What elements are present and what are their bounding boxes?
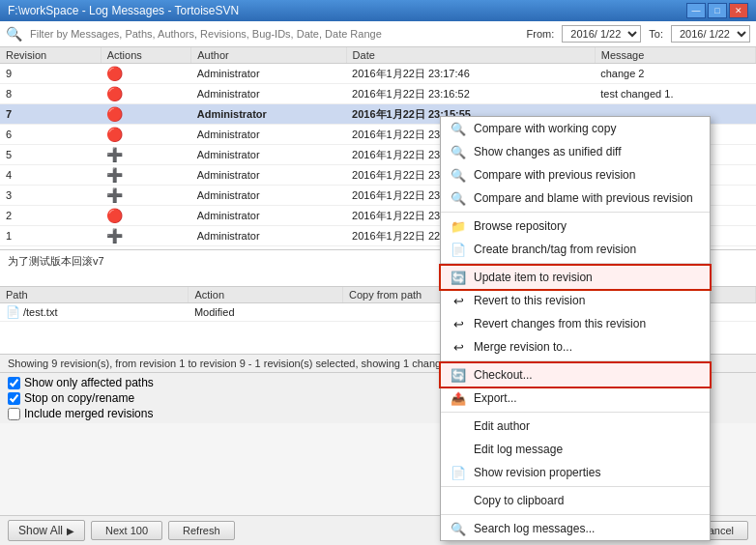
cell-revision: 9 bbox=[0, 64, 101, 84]
menu-separator bbox=[441, 486, 710, 487]
menu-item-create-branch[interactable]: 📄 Create branch/tag from revision bbox=[441, 238, 710, 261]
action-icon-blue: ➕ bbox=[106, 147, 123, 162]
action-icon-blue: ➕ bbox=[106, 228, 123, 244]
maximize-button[interactable]: □ bbox=[708, 3, 727, 18]
menu-separator bbox=[441, 212, 710, 213]
search-icon: 🔍 bbox=[6, 26, 22, 42]
col-header-author[interactable]: Author bbox=[191, 47, 346, 64]
menu-icon-update-item: 🔄 bbox=[451, 270, 466, 285]
menu-label-create-branch: Create branch/tag from revision bbox=[474, 243, 636, 256]
menu-item-merge-rev[interactable]: ↩ Merge revision to... bbox=[441, 335, 710, 359]
to-label: To: bbox=[649, 28, 663, 40]
cell-action: 🔴 bbox=[101, 84, 191, 104]
menu-label-compare-blame: Compare and blame with previous revision bbox=[474, 191, 693, 205]
menu-item-show-props[interactable]: 📄 Show revision properties bbox=[441, 461, 710, 484]
table-row[interactable]: 9 🔴 Administrator 2016年1月22日 23:17:46 ch… bbox=[0, 64, 756, 84]
window-title: F:\workSpace - Log Messages - TortoiseSV… bbox=[8, 4, 686, 17]
minimize-button[interactable]: — bbox=[686, 3, 706, 18]
cell-path: 📄/test.txt bbox=[0, 303, 189, 322]
cell-author: Administrator bbox=[191, 84, 346, 104]
show-all-button[interactable]: Show All ▶ bbox=[8, 520, 85, 541]
menu-icon-merge-rev: ↩ bbox=[451, 339, 466, 355]
cell-revision: 4 bbox=[0, 165, 101, 186]
col-header-date[interactable]: Date bbox=[346, 47, 595, 64]
menu-item-compare-blame[interactable]: 🔍 Compare and blame with previous revisi… bbox=[441, 186, 710, 210]
menu-item-edit-log[interactable]: Edit log message bbox=[441, 438, 710, 461]
menu-item-compare-working[interactable]: 🔍 Compare with working copy bbox=[441, 117, 710, 140]
cell-author: Administrator bbox=[191, 165, 346, 186]
menu-item-search-log[interactable]: 🔍 Search log messages... bbox=[441, 517, 710, 540]
cell-revision: 5 bbox=[0, 145, 101, 165]
menu-label-merge-rev: Merge revision to... bbox=[474, 340, 572, 354]
menu-label-edit-author: Edit author bbox=[474, 419, 530, 433]
checkbox-0[interactable] bbox=[8, 377, 20, 389]
menu-item-edit-author[interactable]: Edit author bbox=[441, 415, 710, 438]
menu-item-show-unified[interactable]: 🔍 Show changes as unified diff bbox=[441, 140, 710, 163]
menu-item-checkout[interactable]: 🔄 Checkout... bbox=[441, 363, 710, 387]
action-icon-blue: ➕ bbox=[106, 167, 123, 183]
checkbox-2[interactable] bbox=[8, 408, 20, 420]
from-date-select[interactable]: 2016/ 1/22 bbox=[562, 25, 641, 43]
cell-action: 🔴 bbox=[101, 206, 191, 226]
col-header-message[interactable]: Message bbox=[595, 47, 755, 64]
table-row[interactable]: 8 🔴 Administrator 2016年1月22日 23:16:52 te… bbox=[0, 84, 756, 104]
menu-label-revert-rev: Revert to this revision bbox=[474, 294, 585, 307]
menu-separator bbox=[441, 412, 710, 413]
filter-input[interactable] bbox=[30, 28, 519, 40]
menu-label-checkout: Checkout... bbox=[474, 368, 533, 382]
show-all-arrow-icon: ▶ bbox=[67, 526, 74, 536]
window-controls[interactable]: — □ ✕ bbox=[686, 3, 748, 18]
menu-label-revert-changes: Revert changes from this revision bbox=[474, 317, 646, 330]
file-icon: 📄 bbox=[6, 305, 20, 319]
menu-icon-show-unified: 🔍 bbox=[451, 144, 466, 159]
filter-bar: 🔍 From: 2016/ 1/22 To: 2016/ 1/22 bbox=[0, 21, 756, 47]
menu-item-export[interactable]: 📤 Export... bbox=[441, 387, 710, 410]
menu-icon-create-branch: 📄 bbox=[451, 242, 466, 257]
cell-message: test changed 1. bbox=[595, 84, 755, 104]
menu-item-browse-repo[interactable]: 📁 Browse repository bbox=[441, 215, 710, 238]
menu-icon-checkout: 🔄 bbox=[451, 367, 466, 383]
from-label: From: bbox=[527, 28, 555, 40]
cell-revision: 6 bbox=[0, 125, 101, 145]
menu-item-copy-clipboard[interactable]: Copy to clipboard bbox=[441, 489, 710, 512]
menu-separator bbox=[441, 360, 710, 361]
menu-icon-compare-blame: 🔍 bbox=[451, 190, 466, 206]
menu-icon-compare-prev: 🔍 bbox=[451, 167, 466, 183]
action-icon-red: 🔴 bbox=[106, 106, 123, 122]
menu-item-update-item[interactable]: 🔄 Update item to revision bbox=[441, 266, 710, 289]
col-header-path[interactable]: Path bbox=[0, 287, 189, 303]
cell-author: Administrator bbox=[191, 145, 346, 165]
col-header-revision[interactable]: Revision bbox=[0, 47, 101, 64]
col-header-action[interactable]: Action bbox=[189, 287, 343, 303]
menu-label-search-log: Search log messages... bbox=[474, 522, 595, 535]
cell-revision: 1 bbox=[0, 226, 101, 246]
cell-date: 2016年1月22日 23:17:46 bbox=[346, 64, 595, 84]
cell-action: ➕ bbox=[101, 186, 191, 206]
menu-label-edit-log: Edit log message bbox=[474, 443, 563, 456]
context-menu: 🔍 Compare with working copy 🔍 Show chang… bbox=[440, 116, 711, 541]
cell-author: Administrator bbox=[191, 64, 346, 84]
menu-item-compare-prev[interactable]: 🔍 Compare with previous revision bbox=[441, 163, 710, 186]
action-icon-red: 🔴 bbox=[106, 86, 123, 101]
cell-revision: 3 bbox=[0, 186, 101, 206]
col-header-actions[interactable]: Actions bbox=[101, 47, 191, 64]
menu-label-compare-prev: Compare with previous revision bbox=[474, 168, 635, 182]
next100-button[interactable]: Next 100 bbox=[91, 521, 162, 540]
checkbox-label-2: Include merged revisions bbox=[24, 407, 153, 420]
refresh-button[interactable]: Refresh bbox=[168, 521, 235, 540]
action-icon-red: 🔴 bbox=[106, 127, 123, 142]
menu-icon-compare-working: 🔍 bbox=[451, 121, 466, 136]
menu-item-revert-rev[interactable]: ↩ Revert to this revision bbox=[441, 289, 710, 312]
cell-action: 🔴 bbox=[101, 125, 191, 145]
close-button[interactable]: ✕ bbox=[729, 3, 748, 18]
action-icon-red: 🔴 bbox=[106, 208, 123, 223]
checkbox-1[interactable] bbox=[8, 392, 20, 405]
to-date-select[interactable]: 2016/ 1/22 bbox=[671, 25, 750, 43]
cell-revision: 7 bbox=[0, 104, 101, 125]
menu-icon-edit-log bbox=[451, 442, 466, 457]
menu-item-revert-changes[interactable]: ↩ Revert changes from this revision bbox=[441, 312, 710, 335]
menu-label-export: Export... bbox=[474, 391, 517, 405]
menu-label-browse-repo: Browse repository bbox=[474, 219, 567, 233]
menu-icon-show-props: 📄 bbox=[451, 465, 466, 480]
menu-label-copy-clipboard: Copy to clipboard bbox=[474, 494, 564, 507]
